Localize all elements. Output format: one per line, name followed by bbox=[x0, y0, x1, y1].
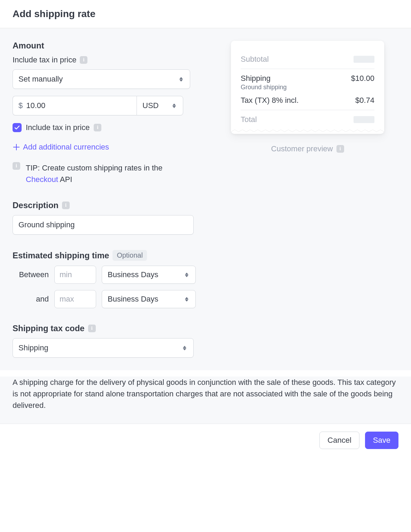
shipping-label: Shipping bbox=[241, 74, 287, 83]
modal-header: Add shipping rate bbox=[0, 0, 411, 28]
tax-code-value: Shipping bbox=[18, 343, 48, 352]
amount-title: Amount bbox=[13, 41, 196, 51]
page-title: Add shipping rate bbox=[13, 8, 398, 20]
chevron-updown-icon bbox=[181, 344, 188, 352]
preview-shipping-row: Shipping Ground shipping $10.00 bbox=[241, 69, 374, 96]
preview-column: Subtotal Shipping Ground shipping $10.00… bbox=[217, 41, 398, 358]
include-tax-label-text: Include tax in price bbox=[13, 55, 76, 64]
shipping-sublabel: Ground shipping bbox=[241, 84, 287, 91]
preview-total-row: Total bbox=[241, 110, 374, 129]
modal-footer: Cancel Save bbox=[0, 424, 411, 457]
tip-prefix: TIP: Create custom shipping rates in the bbox=[26, 164, 163, 172]
tip-text: TIP: Create custom shipping rates in the… bbox=[26, 162, 196, 185]
currency-symbol: $ bbox=[18, 101, 23, 110]
tax-code-select[interactable]: Shipping bbox=[13, 338, 194, 358]
description-title-text: Description bbox=[13, 200, 59, 210]
total-skeleton bbox=[354, 116, 374, 123]
currency-value: USD bbox=[142, 101, 158, 110]
max-input[interactable] bbox=[54, 290, 96, 308]
plus-icon bbox=[13, 143, 20, 151]
checkout-api-link[interactable]: Checkout bbox=[26, 175, 58, 184]
description-section: Description bbox=[13, 200, 196, 235]
optional-badge: Optional bbox=[113, 250, 147, 261]
description-input-wrapper bbox=[13, 215, 194, 235]
preview-subtotal-row: Subtotal bbox=[241, 50, 374, 69]
chevron-updown-icon bbox=[171, 102, 177, 109]
min-unit-select[interactable]: Business Days bbox=[102, 266, 196, 284]
preview-caption: Customer preview bbox=[271, 144, 344, 153]
description-title: Description bbox=[13, 200, 196, 210]
min-unit-value: Business Days bbox=[108, 270, 158, 279]
min-input[interactable] bbox=[54, 266, 96, 284]
info-icon[interactable] bbox=[80, 56, 87, 64]
info-icon[interactable] bbox=[62, 202, 70, 209]
tip-suffix: API bbox=[58, 175, 72, 184]
between-label: Between bbox=[13, 270, 49, 279]
check-icon bbox=[14, 125, 20, 130]
currency-select[interactable]: USD bbox=[137, 96, 183, 115]
form-column: Amount Include tax in price Set manually… bbox=[13, 41, 196, 358]
tax-value: $0.74 bbox=[355, 96, 374, 105]
shipping-time-title-text: Estimated shipping time bbox=[13, 251, 109, 260]
amount-section: Amount Include tax in price Set manually… bbox=[13, 41, 196, 185]
info-icon[interactable] bbox=[13, 162, 20, 170]
amount-mode-select[interactable]: Set manually bbox=[13, 69, 190, 89]
tax-label: Tax (TX) 8% incl. bbox=[241, 96, 298, 105]
receipt-edge bbox=[231, 129, 384, 134]
shipping-time-title: Estimated shipping time Optional bbox=[13, 250, 196, 261]
include-tax-checkbox-label: Include tax in price bbox=[26, 123, 90, 132]
tip-row: TIP: Create custom shipping rates in the… bbox=[13, 162, 196, 185]
info-icon[interactable] bbox=[94, 124, 101, 131]
subtotal-label: Subtotal bbox=[241, 55, 269, 64]
and-label: and bbox=[13, 295, 49, 304]
description-input[interactable] bbox=[18, 220, 188, 229]
time-min-row: Between Business Days bbox=[13, 266, 196, 284]
tax-code-section: Shipping tax code Shipping bbox=[13, 324, 196, 358]
modal: Add shipping rate Amount Include tax in … bbox=[0, 0, 411, 457]
amount-input-wrapper: $ bbox=[13, 96, 137, 115]
subtotal-skeleton bbox=[354, 56, 374, 63]
max-unit-select[interactable]: Business Days bbox=[102, 290, 196, 308]
max-unit-value: Business Days bbox=[108, 295, 158, 304]
tax-desc-row: A shipping charge for the delivery of ph… bbox=[0, 377, 411, 424]
shipping-value: $10.00 bbox=[351, 74, 374, 83]
amount-row: $ USD bbox=[13, 96, 183, 115]
info-icon[interactable] bbox=[88, 325, 96, 332]
info-icon[interactable] bbox=[336, 145, 344, 153]
shipping-label-group: Shipping Ground shipping bbox=[241, 74, 287, 91]
tax-code-title: Shipping tax code bbox=[13, 324, 196, 333]
total-label: Total bbox=[241, 115, 257, 124]
preview-caption-text: Customer preview bbox=[271, 144, 333, 153]
include-tax-row: Include tax in price bbox=[13, 123, 196, 132]
chevron-updown-icon bbox=[178, 75, 184, 83]
chevron-updown-icon bbox=[184, 271, 190, 279]
tax-code-description: A shipping charge for the delivery of ph… bbox=[13, 377, 398, 411]
chevron-updown-icon bbox=[184, 295, 190, 303]
cancel-button[interactable]: Cancel bbox=[319, 432, 359, 449]
amount-input[interactable] bbox=[26, 101, 131, 110]
modal-body: Amount Include tax in price Set manually… bbox=[0, 28, 411, 370]
shipping-time-section: Estimated shipping time Optional Between… bbox=[13, 250, 196, 308]
add-currencies-link[interactable]: Add additional currencies bbox=[13, 143, 196, 152]
include-tax-checkbox[interactable] bbox=[13, 123, 22, 132]
include-tax-label: Include tax in price bbox=[13, 55, 196, 64]
add-currencies-text: Add additional currencies bbox=[23, 143, 109, 152]
save-button[interactable]: Save bbox=[365, 432, 398, 449]
amount-mode-value: Set manually bbox=[18, 75, 63, 84]
tax-code-title-text: Shipping tax code bbox=[13, 324, 85, 333]
time-max-row: and Business Days bbox=[13, 290, 196, 308]
preview-tax-row: Tax (TX) 8% incl. $0.74 bbox=[241, 96, 374, 110]
customer-preview-card: Subtotal Shipping Ground shipping $10.00… bbox=[231, 41, 384, 134]
